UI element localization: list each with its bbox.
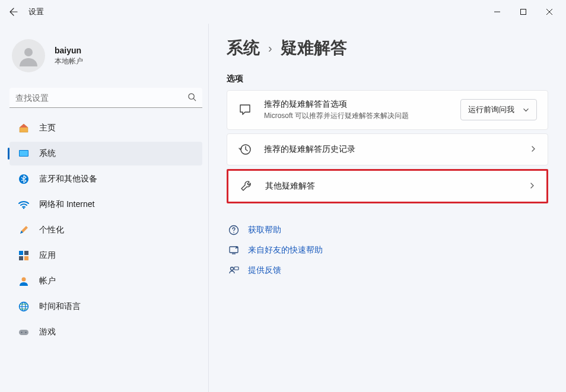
avatar: [12, 39, 45, 72]
svg-rect-6: [20, 151, 28, 156]
system-icon: [18, 148, 30, 160]
link-text[interactable]: 获取帮助: [248, 225, 281, 235]
sidebar-item-apps[interactable]: 应用: [9, 244, 202, 267]
profile-subtitle: 本地帐户: [55, 56, 83, 66]
sidebar-item-label: 主页: [39, 123, 56, 133]
card-other-troubleshooters[interactable]: 其他疑难解答: [227, 169, 548, 203]
speech-bubble-icon: [238, 103, 252, 117]
search-icon: [187, 93, 196, 103]
minimize-button[interactable]: [484, 3, 510, 21]
sidebar-item-time-language[interactable]: 时间和语言: [9, 295, 202, 318]
related-links: 获取帮助 来自好友的快速帮助 提供反馈: [227, 220, 548, 281]
svg-line-4: [193, 98, 196, 101]
sidebar-item-label: 系统: [39, 148, 56, 159]
search-wrap: [9, 88, 202, 108]
close-icon: [546, 8, 553, 15]
main-content: 系统 › 疑难解答 选项 推荐的疑难解答首选项 Microsoft 可以推荐并运…: [209, 24, 566, 392]
chevron-right-icon: [529, 181, 536, 191]
sidebar-item-gaming[interactable]: 游戏: [9, 320, 202, 344]
titlebar: 设置: [0, 0, 566, 24]
section-options-label: 选项: [227, 74, 548, 84]
sidebar-item-bluetooth[interactable]: 蓝牙和其他设备: [9, 167, 202, 191]
svg-point-2: [24, 48, 33, 56]
history-icon: [238, 142, 252, 157]
card-history[interactable]: 推荐的疑难解答历史记录: [227, 133, 548, 165]
profile-block[interactable]: baiyun 本地帐户: [7, 28, 205, 88]
svg-point-19: [26, 332, 27, 333]
card-recommended-preferences: 推荐的疑难解答首选项 Microsoft 可以推荐并运行疑难解答来解决问题 运行…: [227, 90, 548, 130]
chevron-right-icon: ›: [268, 42, 272, 55]
wrench-icon: [239, 179, 253, 193]
link-feedback: 提供反馈: [227, 260, 548, 281]
sidebar-item-label: 帐户: [39, 276, 56, 286]
sidebar-item-network[interactable]: 网络和 Internet: [9, 193, 202, 216]
sidebar-item-label: 游戏: [39, 327, 56, 337]
svg-rect-11: [19, 256, 23, 260]
link-text[interactable]: 来自好友的快速帮助: [248, 245, 323, 256]
sidebar-item-personalization[interactable]: 个性化: [9, 218, 202, 242]
window-title: 设置: [28, 7, 44, 17]
sidebar-item-label: 应用: [39, 250, 56, 261]
card-subtitle: Microsoft 可以推荐并运行疑难解答来解决问题: [264, 111, 430, 121]
svg-rect-25: [234, 267, 239, 270]
window-controls: [484, 3, 562, 21]
link-quick-assist: 来自好友的快速帮助: [227, 240, 548, 260]
home-icon: [18, 122, 30, 134]
link-get-help: 获取帮助: [227, 220, 548, 240]
chevron-right-icon: [530, 145, 537, 154]
search-input[interactable]: [9, 88, 202, 108]
breadcrumb: 系统 › 疑难解答: [227, 37, 548, 59]
svg-rect-12: [24, 256, 28, 260]
svg-rect-17: [19, 330, 28, 335]
svg-point-18: [21, 332, 23, 333]
card-title: 其他疑难解答: [265, 181, 517, 192]
svg-point-22: [233, 232, 234, 233]
dropdown-label: 运行前询问我: [468, 104, 514, 115]
sidebar: baiyun 本地帐户 主页 系统 蓝牙和其他设: [0, 24, 209, 392]
accounts-icon: [18, 275, 30, 287]
svg-point-24: [231, 267, 234, 270]
sidebar-item-label: 蓝牙和其他设备: [39, 174, 97, 184]
sidebar-item-label: 网络和 Internet: [39, 199, 94, 210]
svg-point-3: [189, 94, 194, 99]
quick-assist-icon: [228, 245, 240, 256]
globe-icon: [18, 301, 30, 313]
card-title: 推荐的疑难解答首选项: [264, 99, 449, 110]
breadcrumb-current: 疑难解答: [281, 37, 347, 59]
user-icon: [17, 44, 40, 68]
gaming-icon: [18, 326, 30, 338]
svg-point-8: [23, 208, 25, 209]
link-text[interactable]: 提供反馈: [248, 265, 281, 276]
chevron-down-icon: [523, 107, 529, 113]
svg-rect-10: [24, 251, 28, 255]
bluetooth-icon: [18, 173, 30, 185]
apps-icon: [18, 250, 30, 262]
breadcrumb-parent[interactable]: 系统: [227, 37, 260, 59]
sidebar-item-accounts[interactable]: 帐户: [9, 269, 202, 293]
paintbrush-icon: [18, 224, 30, 236]
help-icon: [228, 225, 240, 235]
sidebar-item-label: 个性化: [39, 225, 64, 235]
recommended-dropdown[interactable]: 运行前询问我: [460, 99, 537, 120]
maximize-icon: [520, 8, 527, 15]
maximize-button[interactable]: [510, 3, 536, 21]
feedback-icon: [228, 265, 240, 276]
svg-point-13: [22, 278, 26, 282]
sidebar-item-home[interactable]: 主页: [9, 116, 202, 140]
sidebar-item-label: 时间和语言: [39, 301, 81, 312]
close-button[interactable]: [536, 3, 562, 21]
sidebar-item-system[interactable]: 系统: [9, 142, 202, 165]
svg-rect-9: [19, 251, 23, 255]
wifi-icon: [18, 199, 30, 211]
profile-name: baiyun: [55, 46, 83, 55]
card-title: 推荐的疑难解答历史记录: [264, 144, 518, 155]
arrow-left-icon: [9, 7, 18, 17]
svg-rect-1: [521, 9, 526, 15]
back-button[interactable]: [4, 2, 24, 22]
minimize-icon: [494, 8, 501, 15]
